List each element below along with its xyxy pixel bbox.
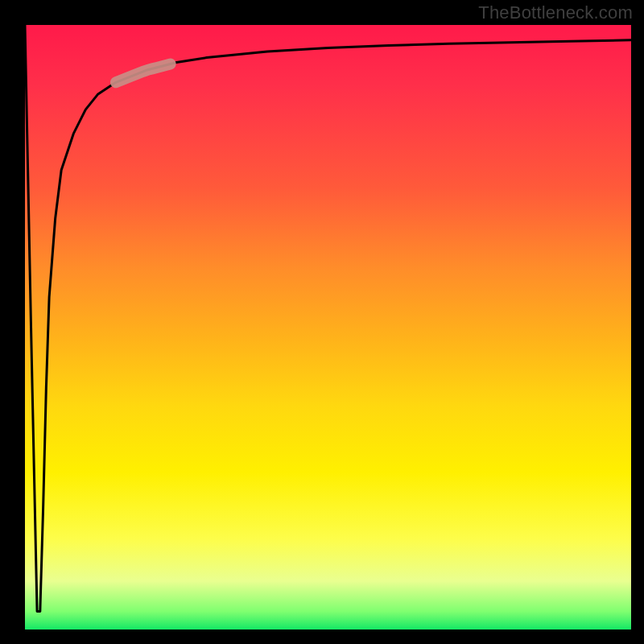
curve-highlight-segment [116, 64, 171, 83]
bottleneck-curve [25, 25, 631, 611]
watermark-text: TheBottleneck.com [478, 2, 633, 23]
chart-curve-layer [25, 25, 631, 630]
chart-frame: TheBottleneck.com [0, 0, 644, 644]
